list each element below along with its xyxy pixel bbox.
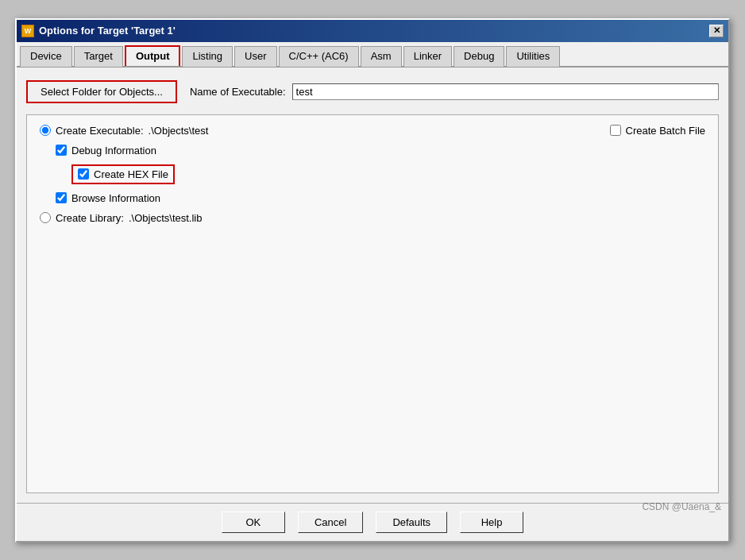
create-hex-row: Create HEX File xyxy=(56,164,705,184)
create-library-row: Create Library: .\Objects\test.lib xyxy=(40,212,705,224)
help-button[interactable]: Help xyxy=(460,512,523,533)
close-button[interactable]: ✕ xyxy=(709,25,724,37)
select-folder-button[interactable]: Select Folder for Objects... xyxy=(26,80,177,103)
name-of-exe-label: Name of Executable: xyxy=(190,86,286,98)
debug-info-row: Debug Information xyxy=(40,145,705,156)
browse-info-text: Browse Information xyxy=(71,192,160,204)
tab-target[interactable]: Target xyxy=(74,46,123,67)
watermark: CSDN @Uaena_& xyxy=(642,501,721,512)
create-hex-checkbox[interactable] xyxy=(78,168,89,180)
tab-cpp[interactable]: C/C++ (AC6) xyxy=(279,46,359,67)
create-exe-row: Create Executable: .\Objects\test Create… xyxy=(40,125,705,137)
name-of-exe-text: Name of Executable: xyxy=(190,86,286,98)
browse-info-row: Browse Information xyxy=(40,192,705,204)
debug-info-text: Debug Information xyxy=(71,145,156,156)
create-hex-text: Create HEX File xyxy=(94,168,168,180)
create-hex-label: Create HEX File xyxy=(71,164,175,184)
right-options: Create Batch File xyxy=(610,125,705,137)
title-bar-left: W Options for Target 'Target 1' xyxy=(21,25,176,37)
app-icon: W xyxy=(21,25,34,37)
bottom-buttons: OK Cancel Defaults Help xyxy=(17,503,728,541)
cancel-button[interactable]: Cancel xyxy=(298,512,363,533)
browse-info-checkbox[interactable] xyxy=(56,192,67,203)
dialog-title: Options for Target 'Target 1' xyxy=(39,25,176,37)
tab-asm[interactable]: Asm xyxy=(361,46,402,67)
create-batch-file-label: Create Batch File xyxy=(626,125,705,137)
create-exe-radio[interactable] xyxy=(40,125,51,136)
main-group: Create Executable: .\Objects\test Create… xyxy=(26,114,719,493)
tab-user[interactable]: User xyxy=(234,46,276,67)
create-library-radio[interactable] xyxy=(40,212,51,223)
debug-info-label: Debug Information xyxy=(56,145,705,156)
tab-linker[interactable]: Linker xyxy=(403,46,452,67)
ok-button[interactable]: OK xyxy=(222,512,285,533)
top-row: Select Folder for Objects... Name of Exe… xyxy=(26,77,719,106)
create-library-label: Create Library: xyxy=(56,212,124,224)
create-exe-path: .\Objects\test xyxy=(149,125,209,137)
title-bar: W Options for Target 'Target 1' ✕ xyxy=(17,20,728,42)
debug-info-checkbox[interactable] xyxy=(56,145,67,156)
name-exe-row: Name of Executable: xyxy=(190,83,719,100)
create-batch-file-checkbox[interactable] xyxy=(610,125,621,136)
output-tab-content: Select Folder for Objects... Name of Exe… xyxy=(17,68,728,503)
tab-bar: Device Target Output Listing User C/C++ … xyxy=(17,42,728,68)
defaults-button[interactable]: Defaults xyxy=(376,512,447,533)
create-exe-label: Create Executable: .\Objects\test xyxy=(40,125,208,137)
exe-name-input[interactable] xyxy=(292,83,719,100)
tab-device[interactable]: Device xyxy=(20,46,72,67)
tab-output[interactable]: Output xyxy=(125,45,181,66)
tab-debug[interactable]: Debug xyxy=(454,46,504,67)
options-dialog: W Options for Target 'Target 1' ✕ Device… xyxy=(15,18,730,543)
tab-utilities[interactable]: Utilities xyxy=(506,46,560,67)
create-exe-text: Create Executable: xyxy=(56,125,144,137)
create-library-path: .\Objects\test.lib xyxy=(129,212,202,224)
browse-info-label: Browse Information xyxy=(56,192,705,204)
tab-listing[interactable]: Listing xyxy=(182,46,233,67)
